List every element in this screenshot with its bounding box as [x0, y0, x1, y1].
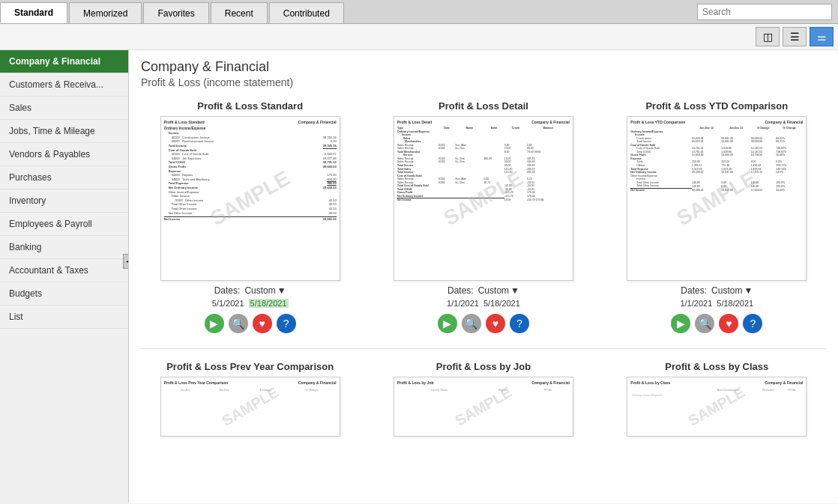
tab-contributed[interactable]: Contributed [269, 2, 344, 23]
page-subtitle: Profit & Loss (income statement) [141, 76, 826, 88]
report-grid-row1: Profit & Loss Standard Profit & Loss Sta… [141, 100, 826, 333]
report-preview-1[interactable]: Profit & Loss Standard Company & Financi… [160, 116, 340, 281]
preview-header-left-2: Profit & Loss Detail [397, 120, 432, 124]
run-button-1[interactable]: ▶ [205, 314, 224, 333]
sidebar-item-banking[interactable]: Banking [0, 236, 128, 259]
dates-dropdown-1[interactable]: Custom ▼ [244, 285, 286, 296]
report-actions-1: ▶ 🔍 ♥ ? [205, 314, 296, 333]
preview-header-right-2: Company & Financial [531, 120, 570, 124]
sidebar-item-budgets[interactable]: Budgets [0, 282, 128, 306]
date-start-1: 5/1/2021 [212, 299, 244, 308]
row-divider [141, 348, 826, 349]
preview-header-right-1: Company & Financial [298, 120, 337, 124]
detail-view-button[interactable]: ⚌ [810, 27, 834, 46]
date-start-2: 1/1/2021 [447, 299, 479, 308]
run-button-3[interactable]: ▶ [671, 314, 690, 333]
report-controls-2: Dates: Custom ▼ 1/1/2021 5/18/2021 ▶ 🔍 ♥… [438, 285, 529, 333]
sidebar: Company & Financial Customers & Receiva.… [0, 50, 129, 503]
view-bar: ◫ ☰ ⚌ [0, 24, 838, 50]
report-preview-6[interactable]: Profit & Loss by Class Company & Financi… [627, 377, 807, 437]
report-card-profit-loss-ytd: Profit & Loss YTD Comparison Profit & Lo… [608, 100, 826, 333]
date-start-3: 1/1/2021 [680, 299, 712, 308]
report-controls-3: Dates: Custom ▼ 1/1/2021 5/18/2021 ▶ 🔍 ♥… [671, 285, 762, 333]
dates-dropdown-3[interactable]: Custom ▼ [711, 285, 753, 296]
report-card-profit-loss-by-class: Profit & Loss by Class Profit & Loss by … [608, 361, 826, 437]
preview-header-left-1: Profit & Loss Standard [164, 120, 205, 124]
info-button-3[interactable]: 🔍 [695, 314, 714, 333]
report-controls-1: Dates: Custom ▼ 5/1/2021 5/18/2021 ▶ 🔍 ♥… [205, 285, 296, 333]
sidebar-item-company-financial[interactable]: Company & Financial [0, 50, 128, 73]
date-end-3: 5/18/2021 [717, 299, 753, 308]
favorite-button-2[interactable]: ♥ [486, 314, 505, 333]
help-button-3[interactable]: ? [743, 314, 762, 333]
page-title: Company & Financial [141, 59, 826, 75]
preview-header-left-6: Profit & Loss by Class [630, 380, 670, 385]
dates-range-2: 1/1/2021 5/18/2021 [447, 299, 520, 308]
report-title-3: Profit & Loss YTD Comparison [645, 100, 788, 112]
help-button-2[interactable]: ? [510, 314, 529, 333]
sidebar-item-inventory[interactable]: Inventory [0, 189, 128, 213]
report-title-5: Profit & Loss by Job [436, 361, 531, 372]
sidebar-item-sales[interactable]: Sales [0, 97, 128, 120]
help-button-1[interactable]: ? [277, 314, 296, 333]
dates-label-2: Dates: [447, 285, 474, 296]
preview-header-right-5: Company & Financial [531, 380, 570, 385]
sidebar-item-vendors-payables[interactable]: Vendors & Payables [0, 143, 128, 166]
content-area: Company & Financial Profit & Loss (incom… [129, 50, 838, 503]
date-end-2: 5/18/2021 [483, 299, 520, 308]
report-preview-4[interactable]: Profit & Loss Prev Year Comparison Compa… [160, 377, 340, 437]
sidebar-item-accountant-taxes[interactable]: Accountant & Taxes [0, 259, 128, 282]
report-card-profit-loss-by-job: Profit & Loss by Job Profit & Loss by Jo… [374, 361, 592, 437]
report-preview-5[interactable]: Profit & Loss by Job Company & Financial… [394, 377, 573, 437]
preview-header-right-6: Company & Financial [765, 380, 803, 385]
info-button-1[interactable]: 🔍 [229, 314, 248, 333]
report-card-profit-loss-standard: Profit & Loss Standard Profit & Loss Sta… [141, 100, 359, 333]
report-preview-2[interactable]: Profit & Loss Detail Company & Financial… [394, 116, 573, 281]
search-area [691, 1, 838, 23]
favorite-button-1[interactable]: ♥ [253, 314, 272, 333]
report-grid-row2: Profit & Loss Prev Year Comparison Profi… [141, 361, 826, 437]
tab-favorites[interactable]: Favorites [143, 2, 208, 23]
sidebar-item-purchases[interactable]: Purchases [0, 166, 128, 189]
run-button-2[interactable]: ▶ [438, 314, 457, 333]
preview-header-right-3: Company & Financial [765, 120, 803, 124]
report-card-profit-loss-detail: Profit & Loss Detail Profit & Loss Detai… [374, 100, 592, 333]
date-end-1: 5/18/2021 [249, 299, 289, 308]
report-card-profit-loss-prev-year: Profit & Loss Prev Year Comparison Profi… [141, 361, 359, 437]
grid-view-button[interactable]: ◫ [756, 27, 780, 46]
report-title-4: Profit & Loss Prev Year Comparison [166, 361, 334, 372]
report-title-1: Profit & Loss Standard [197, 100, 303, 112]
report-actions-2: ▶ 🔍 ♥ ? [438, 314, 529, 333]
tab-bar: Standard Memorized Favorites Recent Cont… [0, 0, 838, 24]
report-actions-3: ▶ 🔍 ♥ ? [671, 314, 762, 333]
search-input[interactable] [697, 4, 832, 20]
tab-recent[interactable]: Recent [211, 2, 268, 23]
dates-range-3: 1/1/2021 5/18/2021 [680, 299, 753, 308]
report-preview-3[interactable]: Profit & Loss YTD Comparison Company & F… [627, 116, 807, 281]
list-view-button[interactable]: ☰ [783, 27, 807, 46]
dates-label-1: Dates: [214, 285, 241, 296]
dates-dropdown-2[interactable]: Custom ▼ [478, 285, 519, 296]
dates-range-1: 5/1/2021 5/18/2021 [212, 299, 289, 308]
preview-header-left-5: Profit & Loss by Job [397, 380, 434, 385]
sidebar-collapse-button[interactable]: ◄ [123, 254, 129, 269]
sidebar-item-customers-receivables[interactable]: Customers & Receiva... [0, 73, 128, 97]
report-title-2: Profit & Loss Detail [438, 100, 528, 112]
tab-standard[interactable]: Standard [0, 2, 67, 23]
favorite-button-3[interactable]: ♥ [719, 314, 738, 333]
preview-header-left-4: Profit & Loss Prev Year Comparison [164, 380, 229, 385]
main-layout: Company & Financial Customers & Receiva.… [0, 50, 838, 503]
sidebar-item-employees-payroll[interactable]: Employees & Payroll [0, 213, 128, 236]
info-button-2[interactable]: 🔍 [462, 314, 481, 333]
sidebar-item-list[interactable]: List [0, 306, 128, 329]
preview-header-left-3: Profit & Loss YTD Comparison [630, 120, 685, 124]
sidebar-item-jobs-time-mileage[interactable]: Jobs, Time & Mileage [0, 120, 128, 143]
preview-header-right-4: Company & Financial [298, 380, 337, 385]
tab-memorized[interactable]: Memorized [69, 2, 142, 23]
dates-label-3: Dates: [681, 285, 707, 296]
report-title-6: Profit & Loss by Class [665, 361, 768, 372]
